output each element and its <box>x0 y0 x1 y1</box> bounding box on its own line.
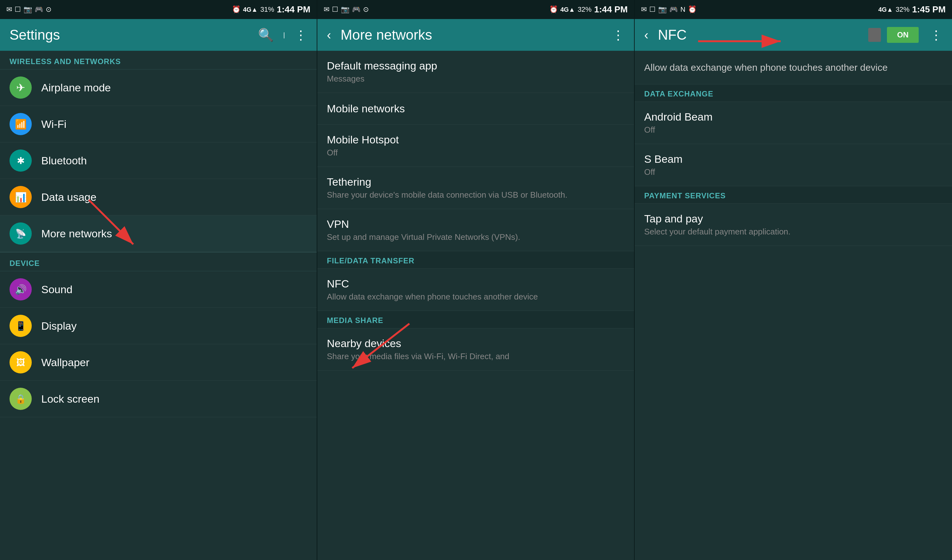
panel-settings: ✉ ☐ 📷 🎮 ⊙ ⏰ 4G▲ 31% 1:44 PM Settings 🔍 |… <box>0 0 317 560</box>
vpn-desc: Set up and manage Virtual Private Networ… <box>327 232 624 242</box>
payment-services-header: PAYMENT SERVICES <box>635 186 952 204</box>
network-4g-icon-2: 4G▲ <box>560 6 575 13</box>
default-messaging-item[interactable]: Default messaging app Messages <box>317 51 634 93</box>
wifi-label: Wi-Fi <box>41 118 307 130</box>
lock-screen-item[interactable]: 🔒 Lock screen <box>0 381 317 417</box>
alarm-icon: ⏰ <box>232 5 241 14</box>
nfc-desc-panel2: Allow data exchange when phone touches a… <box>327 292 624 302</box>
tap-and-pay-item[interactable]: Tap and pay Select your default payment … <box>635 204 952 246</box>
overflow-menu-icon-2[interactable]: ⋮ <box>612 28 624 42</box>
more-networks-item[interactable]: 📡 More networks <box>0 216 317 252</box>
data-usage-item[interactable]: 📊 Data usage <box>0 179 317 216</box>
network-4g-icon: 4G▲ <box>243 6 258 13</box>
nearby-devices-desc: Share your media files via Wi-Fi, Wi-Fi … <box>327 352 624 361</box>
nearby-devices-label: Nearby devices <box>327 337 624 350</box>
email-icon-3: ✉ <box>641 5 647 14</box>
search-icon[interactable]: 🔍 <box>258 28 274 43</box>
tap-and-pay-desc: Select your default payment application. <box>644 227 943 237</box>
data-usage-label: Data usage <box>41 191 307 204</box>
toggle-slider <box>868 28 881 42</box>
android-beam-label: Android Beam <box>644 111 943 123</box>
s-beam-label: S Beam <box>644 153 943 165</box>
sound-icon: 🔊 <box>9 278 32 301</box>
nfc-header: ‹ NFC ON ⋮ <box>635 19 952 51</box>
tethering-item[interactable]: Tethering Share your device's mobile dat… <box>317 167 634 209</box>
default-messaging-label: Default messaging app <box>327 60 624 72</box>
window-icon: ☐ <box>15 5 21 14</box>
nearby-devices-item[interactable]: Nearby devices Share your media files vi… <box>317 329 634 370</box>
wireless-networks-header: WIRELESS AND NETWORKS <box>0 51 317 69</box>
android-beam-item[interactable]: Android Beam Off <box>635 102 952 144</box>
nfc-toggle-container: ON <box>868 27 919 43</box>
battery-2: 32% <box>578 5 592 14</box>
bluetooth-item[interactable]: ✱ Bluetooth <box>0 142 317 179</box>
device-header: DEVICE <box>0 253 317 271</box>
airplane-mode-icon: ✈ <box>9 76 32 99</box>
nfc-label-panel2: NFC <box>327 278 624 290</box>
alarm-icon-2: ⏰ <box>549 5 558 14</box>
more-networks-label: More networks <box>41 227 307 240</box>
s-beam-item[interactable]: S Beam Off <box>635 144 952 186</box>
mobile-hotspot-label: Mobile Hotspot <box>327 134 624 146</box>
android-beam-value: Off <box>644 125 943 135</box>
status-bar-3: ✉ ☐ 📷 🎮 N ⏰ 4G▲ 32% 1:45 PM <box>635 0 952 19</box>
back-button-2[interactable]: ‹ <box>327 28 331 42</box>
data-usage-icon: 📊 <box>9 186 32 208</box>
mobile-networks-label: Mobile networks <box>327 102 624 115</box>
wifi-icon: 📶 <box>9 113 32 135</box>
battery-1: 31% <box>260 5 274 14</box>
window-icon-2: ☐ <box>332 5 338 14</box>
time-1: 1:44 PM <box>277 5 311 15</box>
status-right-1: ⏰ 4G▲ 31% 1:44 PM <box>232 5 311 15</box>
status-left-icons-3: ✉ ☐ 📷 🎮 N ⏰ <box>641 5 697 14</box>
game-icon: 🎮 <box>35 5 43 14</box>
wifi-item[interactable]: 📶 Wi-Fi <box>0 106 317 142</box>
status-bar-1: ✉ ☐ 📷 🎮 ⊙ ⏰ 4G▲ 31% 1:44 PM <box>0 0 317 19</box>
tap-and-pay-label: Tap and pay <box>644 213 943 225</box>
wallpaper-label: Wallpaper <box>41 356 307 369</box>
status-left-icons: ✉ ☐ 📷 🎮 ⊙ <box>6 5 51 14</box>
circle-icon-2: ⊙ <box>363 5 369 14</box>
email-icon: ✉ <box>6 5 12 14</box>
lock-screen-icon: 🔒 <box>9 388 32 410</box>
tethering-label: Tethering <box>327 176 624 188</box>
vpn-item[interactable]: VPN Set up and manage Virtual Private Ne… <box>317 209 634 251</box>
wallpaper-item[interactable]: 🖼 Wallpaper <box>0 344 317 381</box>
overflow-menu-icon[interactable]: ⋮ <box>295 28 307 42</box>
back-button-3[interactable]: ‹ <box>644 28 648 42</box>
game-icon-3: 🎮 <box>669 5 678 14</box>
nfc-title: NFC <box>658 27 862 43</box>
more-networks-title: More networks <box>340 27 606 43</box>
divider-bar: | <box>283 31 285 39</box>
airplane-mode-label: Airplane mode <box>41 82 307 94</box>
camera-icon-3: 📷 <box>658 5 667 14</box>
nfc-status-icon: N <box>680 5 685 14</box>
mobile-hotspot-item[interactable]: Mobile Hotspot Off <box>317 125 634 167</box>
nfc-item-panel2[interactable]: NFC Allow data exchange when phone touch… <box>317 269 634 311</box>
camera-icon: 📷 <box>23 5 32 14</box>
time-3: 1:45 PM <box>912 5 946 15</box>
mobile-networks-item[interactable]: Mobile networks <box>317 93 634 125</box>
panel-more-networks: ✉ ☐ 📷 🎮 ⊙ ⏰ 4G▲ 32% 1:44 PM ‹ More netwo… <box>317 0 635 560</box>
settings-header: Settings 🔍 | ⋮ <box>0 19 317 51</box>
sound-item[interactable]: 🔊 Sound <box>0 271 317 308</box>
vpn-label: VPN <box>327 218 624 230</box>
airplane-mode-item[interactable]: ✈ Airplane mode <box>0 69 317 106</box>
wallpaper-icon: 🖼 <box>9 351 32 373</box>
display-item[interactable]: 📱 Display <box>0 308 317 344</box>
default-messaging-value: Messages <box>327 74 624 84</box>
bluetooth-label: Bluetooth <box>41 154 307 167</box>
status-bar-2: ✉ ☐ 📷 🎮 ⊙ ⏰ 4G▲ 32% 1:44 PM <box>317 0 634 19</box>
mobile-hotspot-value: Off <box>327 148 624 158</box>
nfc-toggle-switch[interactable]: ON <box>887 27 919 43</box>
data-exchange-header: DATA EXCHANGE <box>635 85 952 102</box>
window-icon-3: ☐ <box>649 5 655 14</box>
overflow-menu-icon-3[interactable]: ⋮ <box>930 28 943 42</box>
display-label: Display <box>41 320 307 332</box>
bluetooth-icon: ✱ <box>9 150 32 172</box>
settings-title: Settings <box>9 27 252 43</box>
tethering-desc: Share your device's mobile data connecti… <box>327 190 624 200</box>
media-share-header: MEDIA SHARE <box>317 311 634 329</box>
alarm-icon-3: ⏰ <box>688 5 697 14</box>
game-icon-2: 🎮 <box>352 5 360 14</box>
